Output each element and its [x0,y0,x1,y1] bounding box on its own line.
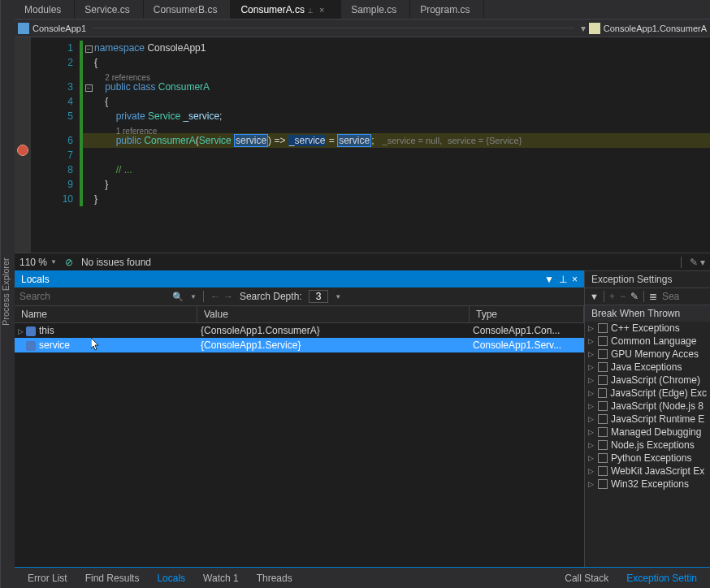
search-icon[interactable]: 🔍 [172,292,184,302]
exception-title[interactable]: Exception Settings [585,271,710,288]
issues-text[interactable]: No issues found [81,257,151,268]
exception-item[interactable]: ▷JavaScript (Node.js 8 [585,400,710,413]
checkbox[interactable] [598,414,608,424]
exception-item[interactable]: ▷Java Exceptions [585,361,710,374]
window-position-icon[interactable]: ▼ [544,274,554,285]
locals-row-service[interactable]: service {ConsoleApp1.Service} ConsoleApp… [15,338,584,352]
remove-icon[interactable]: − [620,291,626,302]
exception-search-input[interactable] [662,291,683,302]
checkbox[interactable] [598,323,608,333]
check-icon: ⊘ [65,257,73,268]
checkbox[interactable] [598,362,608,372]
expand-icon[interactable]: ▷ [588,402,595,410]
tab-exception-settings[interactable]: Exception Settin [618,569,705,587]
nav-project[interactable]: ConsoleApp1 [32,24,86,33]
expand-icon[interactable]: ▷ [588,428,595,436]
exception-item[interactable]: ▷WebKit JavaScript Ex [585,465,710,478]
chevron-down-icon[interactable]: ▼ [335,293,341,300]
checkbox[interactable] [598,440,608,450]
search-nav: ← → [210,291,233,302]
code-content[interactable]: −namespace ConsoleApp1 { 2 references − … [80,37,710,253]
exception-item[interactable]: ▷Common Language [585,335,710,348]
tab-error-list[interactable]: Error List [19,569,76,587]
next-icon[interactable]: → [223,291,233,302]
depth-label: Search Depth: [240,291,302,302]
zoom-combo[interactable]: 110 % ▼ [19,257,57,268]
expand-icon[interactable]: ▷ [588,480,595,488]
breakpoint-icon[interactable] [17,145,28,156]
process-explorer-sidebar[interactable]: Process Explorer [0,0,15,588]
expand-icon[interactable]: ▷ [588,337,595,345]
edit-icon[interactable]: ✎ [630,291,639,302]
tab-consumera[interactable]: ConsumerA.cs⟂× [231,0,341,19]
list-icon[interactable]: ≣ [649,291,657,302]
line-number: 8 [34,162,73,177]
checkbox[interactable] [598,349,608,359]
exception-item[interactable]: ▷GPU Memory Acces [585,348,710,361]
expand-icon[interactable]: ▷ [588,467,595,475]
col-type-header[interactable]: Type [470,306,584,322]
tab-modules[interactable]: Modules [15,0,75,19]
exception-item[interactable]: ▷Win32 Exceptions [585,478,710,491]
expand-icon[interactable]: ▷ [588,376,595,384]
checkbox[interactable] [598,466,608,476]
locals-row-this[interactable]: ▷this {ConsoleApp1.ConsumerA} ConsoleApp… [15,323,584,338]
dropdown-icon[interactable]: ▾ [581,23,586,34]
var-name: service [39,339,70,351]
tab-watch[interactable]: Watch 1 [195,569,247,587]
checkbox[interactable] [598,336,608,346]
checkbox[interactable] [598,427,608,437]
locals-search-input[interactable] [19,291,166,302]
chevron-down-icon[interactable]: ▼ [50,258,57,266]
breakpoint-gutter[interactable] [15,37,31,253]
code-editor[interactable]: 1 2 3 4 5 6 7 8 9 10 −namespace ConsoleA… [15,37,710,253]
expand-icon[interactable]: ▷ [588,389,595,397]
exception-item[interactable]: ▷JavaScript Runtime E [585,413,710,426]
tab-program[interactable]: Program.cs [410,0,483,19]
locals-title-bar[interactable]: Locals ▼ ⊥ × [15,271,584,288]
pin-icon[interactable]: ⊥ [559,274,567,285]
expand-icon[interactable]: ▷ [588,324,595,332]
tab-locals[interactable]: Locals [149,569,193,587]
pin-icon[interactable]: ⟂ [308,6,316,14]
expand-icon[interactable]: ▷ [18,327,26,335]
exception-item[interactable]: ▷JavaScript (Edge) Exc [585,387,710,400]
col-name-header[interactable]: Name [15,306,197,322]
checkbox[interactable] [598,453,608,463]
prev-icon[interactable]: ← [210,291,220,302]
close-icon[interactable]: × [572,274,578,285]
add-icon[interactable]: + [609,291,615,302]
depth-value[interactable]: 3 [309,290,329,303]
col-value-header[interactable]: Value [197,306,470,322]
chevron-down-icon[interactable]: ▼ [190,293,197,300]
checkbox[interactable] [598,375,608,385]
pen-icon[interactable]: ✎ ▾ [690,257,705,268]
exception-label: JavaScript Runtime E [611,413,704,425]
expand-icon[interactable]: ▷ [588,441,595,449]
exception-item[interactable]: ▷Managed Debugging [585,426,710,439]
tab-call-stack[interactable]: Call Stack [556,569,617,587]
tab-sample[interactable]: Sample.cs [341,0,410,19]
checkbox[interactable] [598,479,608,489]
variable-icon [26,326,36,336]
tab-consumerb[interactable]: ConsumerB.cs [144,0,232,19]
expand-icon[interactable]: ▷ [588,363,595,371]
filter-icon[interactable]: ▼ [590,292,599,301]
exception-item[interactable]: ▷Python Exceptions [585,452,710,465]
tab-find-results[interactable]: Find Results [77,569,148,587]
nav-member[interactable]: ConsoleApp1.ConsumerA [604,24,707,33]
tab-service[interactable]: Service.cs [75,0,143,19]
checkbox[interactable] [598,388,608,398]
expand-icon[interactable]: ▷ [588,350,595,358]
exception-item[interactable]: ▷C++ Exceptions [585,322,710,335]
checkbox[interactable] [598,401,608,411]
exception-item[interactable]: ▷Node.js Exceptions [585,439,710,452]
fold-icon[interactable]: − [85,45,93,53]
tool-windows: Locals ▼ ⊥ × 🔍 ▼ ← → Search Depth: 3 ▼ [15,270,710,567]
exception-item[interactable]: ▷JavaScript (Chrome) [585,374,710,387]
fold-icon[interactable]: − [85,84,93,92]
expand-icon[interactable]: ▷ [588,454,595,462]
expand-icon[interactable]: ▷ [588,415,595,423]
tab-threads[interactable]: Threads [249,569,301,587]
close-icon[interactable]: × [319,6,327,14]
